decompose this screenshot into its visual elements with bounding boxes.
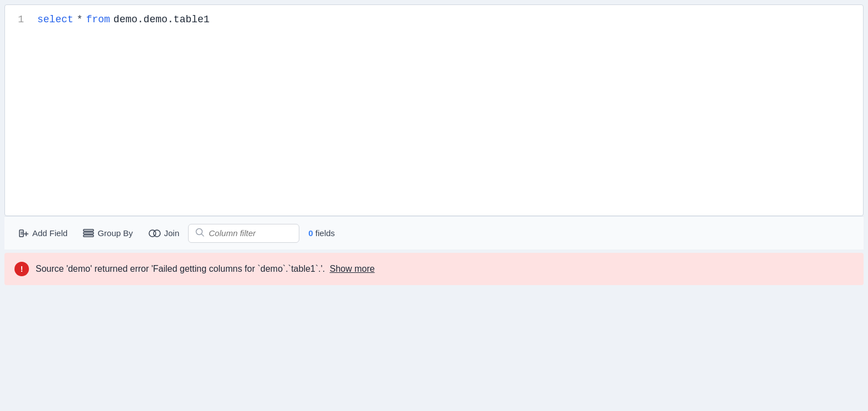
- error-exclamation: !: [21, 265, 23, 273]
- column-filter-input[interactable]: [209, 228, 292, 238]
- error-text: Source 'demo' returned error 'Failed get…: [36, 264, 325, 273]
- join-icon: [149, 228, 161, 238]
- code-area[interactable]: select * from demo.demo.table1: [33, 12, 863, 28]
- toolbar: Add Field Group By Join: [4, 216, 864, 249]
- operator-star: *: [77, 12, 83, 28]
- svg-line-11: [201, 234, 204, 236]
- svg-rect-7: [83, 235, 93, 237]
- svg-rect-5: [83, 229, 93, 231]
- fields-count: 0 fields: [308, 228, 335, 238]
- bottom-space: [4, 285, 864, 407]
- add-field-button[interactable]: Add Field: [12, 225, 74, 242]
- identifier-table: demo.demo.table1: [114, 12, 210, 28]
- group-by-button[interactable]: Group By: [76, 225, 139, 242]
- show-more-button[interactable]: Show more: [329, 264, 374, 273]
- editor-panel: 1 select * from demo.demo.table1: [4, 4, 864, 216]
- keyword-select: select: [37, 12, 73, 28]
- error-icon: !: [14, 262, 29, 276]
- column-filter-container: [188, 224, 299, 243]
- svg-rect-0: [19, 230, 23, 237]
- group-by-label: Group By: [97, 228, 132, 238]
- error-banner: ! Source 'demo' returned error 'Failed g…: [4, 253, 864, 285]
- code-line-1: select * from demo.demo.table1: [37, 12, 859, 28]
- add-field-label: Add Field: [32, 228, 67, 238]
- join-label: Join: [164, 228, 180, 238]
- line-numbers: 1: [5, 12, 33, 28]
- search-icon: [195, 228, 204, 239]
- keyword-from: from: [86, 12, 110, 28]
- fields-label-text: fields: [315, 228, 335, 238]
- line-number-1: 1: [14, 12, 24, 28]
- svg-point-9: [154, 230, 160, 237]
- svg-rect-6: [83, 232, 93, 234]
- add-field-icon: [19, 228, 29, 238]
- join-button[interactable]: Join: [142, 225, 186, 242]
- fields-count-number: 0: [308, 228, 313, 238]
- error-message-container: Source 'demo' returned error 'Failed get…: [36, 264, 374, 274]
- main-container: 1 select * from demo.demo.table1: [0, 0, 868, 411]
- editor-content: 1 select * from demo.demo.table1: [5, 5, 863, 35]
- group-by-icon: [83, 228, 94, 238]
